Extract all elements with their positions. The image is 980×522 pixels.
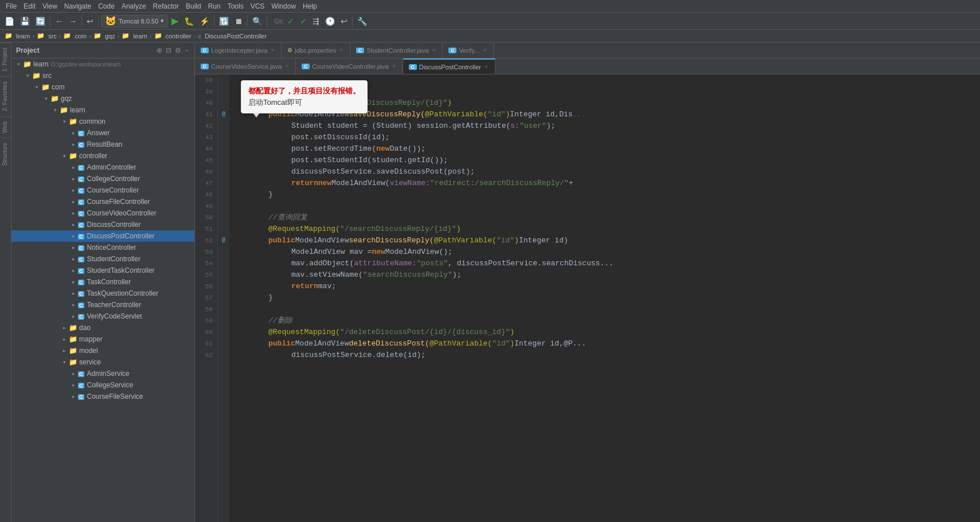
tab-icon-CourseVideoService: C: [201, 64, 209, 69]
tree-item-CourseController[interactable]: ▸ C CourseController: [11, 185, 194, 196]
tab-close-jdbc[interactable]: ×: [338, 47, 344, 53]
tree-item-controller[interactable]: ▾ 📁 controller: [11, 150, 194, 162]
menu-vcs[interactable]: VCS: [247, 1, 268, 11]
tab-icon-StudentController: C: [356, 48, 364, 53]
tree-item-TeacherController[interactable]: ▸ C TeacherController: [11, 299, 194, 311]
undo-btn[interactable]: ↩: [84, 14, 96, 28]
tree-item-Answer[interactable]: ▸ C Answer: [11, 127, 194, 139]
menu-help[interactable]: Help: [299, 1, 321, 11]
git-branch-btn[interactable]: ⇶: [310, 14, 322, 28]
menu-file[interactable]: File: [2, 1, 20, 11]
tab-close-DiscussPostController[interactable]: ×: [483, 64, 489, 70]
tab-DiscussPostController[interactable]: C DiscussPostController ×: [403, 58, 495, 74]
tree-item-DiscussController[interactable]: ▸ C DiscussController: [11, 219, 194, 230]
tree-folder-icon-controller: 📁: [69, 152, 77, 160]
tree-item-AdminService[interactable]: ▸ C AdminService: [11, 368, 194, 379]
breadcrumb-learn-sub[interactable]: learn: [132, 33, 148, 40]
search-btn[interactable]: 🔍: [250, 14, 264, 28]
panel-collapse-btn[interactable]: ⊟: [165, 45, 173, 56]
tree-item-src[interactable]: ▾ 📁 src: [11, 70, 194, 81]
new-file-btn[interactable]: 📄: [2, 14, 17, 28]
web-side-tab[interactable]: Web: [0, 116, 11, 138]
menu-edit[interactable]: Edit: [20, 1, 39, 11]
tree-item-learn-root[interactable]: ▾ 📁 learn O:\gqzdev-workspace\learn: [11, 58, 194, 70]
breadcrumb-discuss[interactable]: DiscussPostController: [204, 33, 268, 40]
menu-view[interactable]: View: [39, 1, 61, 11]
tab-CourseVideoService[interactable]: C CourseVideoService.java ×: [195, 58, 296, 74]
tree-item-StudentController[interactable]: ▸ C StudentController: [11, 253, 194, 265]
tomcat-dropdown[interactable]: 🐱 Tomcat 8.0.50 ▾: [101, 15, 168, 28]
code-editor[interactable]: 都配置好了，并且项目没有报错。 启动Tomcat即可 38 39 40 41 4…: [195, 74, 980, 522]
tree-item-gqz[interactable]: ▾ 📁 gqz: [11, 93, 194, 104]
breadcrumb-gqz[interactable]: gqz: [104, 33, 116, 40]
tree-item-CollegeService[interactable]: ▸ C CollegeService: [11, 379, 194, 391]
toolbar: 📄 💾 🔄 ← → ↩ 🐱 Tomcat 8.0.50 ▾ ▶ 🐛 ⚡ 🔃 ⏹ …: [0, 13, 980, 30]
structure-side-tab[interactable]: Structure: [0, 138, 11, 171]
git-history-btn[interactable]: 🕐: [323, 14, 337, 28]
forward-btn[interactable]: →: [67, 14, 79, 28]
save-btn[interactable]: 💾: [18, 14, 32, 28]
tab-CourseVideoController[interactable]: C CourseVideoController.java ×: [296, 58, 403, 74]
favorites-side-tab[interactable]: 2: Favorites: [0, 76, 11, 116]
tab-close-StudentController[interactable]: ×: [431, 47, 437, 53]
menu-code[interactable]: Code: [95, 1, 118, 11]
tree-label-controller: controller: [79, 152, 107, 160]
tree-class-icon-StudentTaskController: C: [78, 266, 84, 274]
tree-item-VerifyCodeServlet[interactable]: ▸ C VerifyCodeServlet: [11, 311, 194, 322]
breadcrumb-src[interactable]: src: [47, 33, 58, 40]
git-push-btn[interactable]: ✓: [298, 14, 309, 28]
git-update-btn[interactable]: ✓: [285, 14, 296, 28]
tab-close-Verify[interactable]: ×: [482, 47, 487, 53]
menu-analyze[interactable]: Analyze: [118, 1, 150, 11]
tree-item-com[interactable]: ▾ 📁 com: [11, 81, 194, 93]
tree-item-service[interactable]: ▾ 📁 service: [11, 356, 194, 368]
git-undo-btn[interactable]: ↩: [338, 14, 350, 28]
menu-tools[interactable]: Tools: [224, 1, 247, 11]
reload-btn[interactable]: 🔃: [217, 14, 231, 28]
project-side-tab[interactable]: 1: Project: [0, 42, 11, 76]
menu-run[interactable]: Run: [205, 1, 224, 11]
gutter-56: [218, 281, 229, 292]
tree-item-model[interactable]: ▸ 📁 model: [11, 345, 194, 356]
menu-navigate[interactable]: Navigate: [61, 1, 95, 11]
tree-item-learn-sub[interactable]: ▾ 📁 learn: [11, 104, 194, 116]
tree-item-ResultBean[interactable]: ▸ C ResultBean: [11, 139, 194, 150]
tree-item-CourseVideoController[interactable]: ▸ C CourseVideoController: [11, 207, 194, 219]
tree-item-mapper[interactable]: ▸ 📁 mapper: [11, 333, 194, 345]
tab-close-CourseVideoService[interactable]: ×: [284, 63, 290, 69]
panel-settings-btn[interactable]: ⚙: [174, 45, 182, 56]
tree-item-AdminController[interactable]: ▸ C AdminController: [11, 162, 194, 173]
tree-item-DiscussPostController[interactable]: ▸ C DiscussPostController: [11, 230, 194, 242]
sync-btn[interactable]: 🔄: [33, 14, 48, 28]
panel-add-btn[interactable]: ⊕: [155, 45, 163, 56]
code-content[interactable]: //添加回复 @RequestMapping("/saveDiscussRepl…: [229, 74, 980, 522]
settings-btn[interactable]: 🔧: [355, 14, 369, 28]
tab-LoginIntecepter[interactable]: C LoginIntecepter.java ×: [195, 42, 282, 58]
breadcrumb-com[interactable]: com: [73, 33, 88, 40]
tab-StudentController[interactable]: C StudentController.java ×: [350, 42, 443, 58]
breadcrumb-controller[interactable]: controller: [165, 33, 193, 40]
run-btn[interactable]: ▶: [169, 14, 181, 28]
tree-item-CollegeController[interactable]: ▸ C CollegeController: [11, 173, 194, 185]
back-btn[interactable]: ←: [53, 14, 65, 28]
panel-minimize-btn[interactable]: −: [183, 45, 190, 56]
stop-btn[interactable]: ⏹: [232, 14, 245, 28]
tab-close-LoginIntecepter[interactable]: ×: [270, 47, 275, 53]
tree-item-TaskController[interactable]: ▸ C TaskController: [11, 276, 194, 288]
debug-btn[interactable]: 🐛: [182, 14, 196, 28]
tree-item-StudentTaskController[interactable]: ▸ C StudentTaskController: [11, 265, 194, 276]
tree-item-common[interactable]: ▾ 📁 common: [11, 116, 194, 127]
menu-build[interactable]: Build: [182, 1, 205, 11]
tab-Verify[interactable]: C Verify... ×: [443, 42, 494, 58]
menu-refactor[interactable]: Refactor: [150, 1, 182, 11]
tab-jdbc[interactable]: ⚙ jdbc.properties ×: [282, 42, 350, 58]
menu-window[interactable]: Window: [268, 1, 299, 11]
tree-item-CourseFileController[interactable]: ▸ C CourseFileController: [11, 196, 194, 207]
breadcrumb-learn[interactable]: learn: [15, 33, 31, 40]
tree-item-NoticeController[interactable]: ▸ C NoticeController: [11, 242, 194, 253]
run-coverage-btn[interactable]: ⚡: [197, 14, 212, 28]
tree-item-dao[interactable]: ▸ 📁 dao: [11, 322, 194, 333]
tab-close-CourseVideoController[interactable]: ×: [391, 63, 397, 69]
tree-item-TaskQuestionController[interactable]: ▸ C TaskQuestionController: [11, 288, 194, 299]
tree-item-CourseFileService[interactable]: ▸ C CourseFileService: [11, 391, 194, 402]
